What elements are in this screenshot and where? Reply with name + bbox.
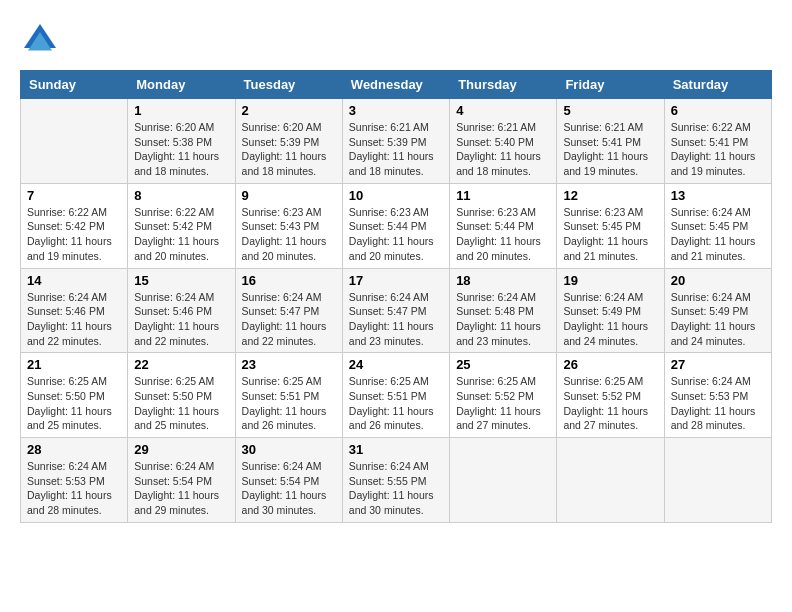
day-number: 11 (456, 188, 550, 203)
day-cell: 14Sunrise: 6:24 AMSunset: 5:46 PMDayligh… (21, 268, 128, 353)
column-header-saturday: Saturday (664, 71, 771, 99)
day-cell: 1Sunrise: 6:20 AMSunset: 5:38 PMDaylight… (128, 99, 235, 184)
day-number: 3 (349, 103, 443, 118)
day-number: 31 (349, 442, 443, 457)
day-info: Sunrise: 6:23 AMSunset: 5:44 PMDaylight:… (456, 205, 550, 264)
day-cell (450, 438, 557, 523)
logo (20, 20, 64, 60)
day-cell: 30Sunrise: 6:24 AMSunset: 5:54 PMDayligh… (235, 438, 342, 523)
day-cell: 4Sunrise: 6:21 AMSunset: 5:40 PMDaylight… (450, 99, 557, 184)
day-info: Sunrise: 6:24 AMSunset: 5:47 PMDaylight:… (349, 290, 443, 349)
day-cell: 23Sunrise: 6:25 AMSunset: 5:51 PMDayligh… (235, 353, 342, 438)
day-number: 2 (242, 103, 336, 118)
day-cell: 26Sunrise: 6:25 AMSunset: 5:52 PMDayligh… (557, 353, 664, 438)
day-info: Sunrise: 6:24 AMSunset: 5:46 PMDaylight:… (134, 290, 228, 349)
day-info: Sunrise: 6:22 AMSunset: 5:41 PMDaylight:… (671, 120, 765, 179)
day-info: Sunrise: 6:25 AMSunset: 5:52 PMDaylight:… (456, 374, 550, 433)
day-number: 5 (563, 103, 657, 118)
day-cell: 29Sunrise: 6:24 AMSunset: 5:54 PMDayligh… (128, 438, 235, 523)
day-cell: 11Sunrise: 6:23 AMSunset: 5:44 PMDayligh… (450, 183, 557, 268)
day-info: Sunrise: 6:24 AMSunset: 5:53 PMDaylight:… (27, 459, 121, 518)
day-cell: 31Sunrise: 6:24 AMSunset: 5:55 PMDayligh… (342, 438, 449, 523)
day-cell: 2Sunrise: 6:20 AMSunset: 5:39 PMDaylight… (235, 99, 342, 184)
day-cell: 24Sunrise: 6:25 AMSunset: 5:51 PMDayligh… (342, 353, 449, 438)
day-cell (664, 438, 771, 523)
day-number: 4 (456, 103, 550, 118)
day-number: 1 (134, 103, 228, 118)
day-cell: 12Sunrise: 6:23 AMSunset: 5:45 PMDayligh… (557, 183, 664, 268)
day-number: 23 (242, 357, 336, 372)
day-number: 25 (456, 357, 550, 372)
day-cell: 21Sunrise: 6:25 AMSunset: 5:50 PMDayligh… (21, 353, 128, 438)
day-number: 8 (134, 188, 228, 203)
day-cell (557, 438, 664, 523)
day-info: Sunrise: 6:24 AMSunset: 5:45 PMDaylight:… (671, 205, 765, 264)
day-info: Sunrise: 6:24 AMSunset: 5:48 PMDaylight:… (456, 290, 550, 349)
day-info: Sunrise: 6:23 AMSunset: 5:43 PMDaylight:… (242, 205, 336, 264)
day-number: 10 (349, 188, 443, 203)
day-cell: 16Sunrise: 6:24 AMSunset: 5:47 PMDayligh… (235, 268, 342, 353)
day-cell: 22Sunrise: 6:25 AMSunset: 5:50 PMDayligh… (128, 353, 235, 438)
day-cell: 25Sunrise: 6:25 AMSunset: 5:52 PMDayligh… (450, 353, 557, 438)
day-info: Sunrise: 6:21 AMSunset: 5:39 PMDaylight:… (349, 120, 443, 179)
column-header-monday: Monday (128, 71, 235, 99)
day-info: Sunrise: 6:21 AMSunset: 5:41 PMDaylight:… (563, 120, 657, 179)
day-number: 24 (349, 357, 443, 372)
day-number: 20 (671, 273, 765, 288)
day-cell: 27Sunrise: 6:24 AMSunset: 5:53 PMDayligh… (664, 353, 771, 438)
day-cell: 5Sunrise: 6:21 AMSunset: 5:41 PMDaylight… (557, 99, 664, 184)
day-number: 9 (242, 188, 336, 203)
day-number: 16 (242, 273, 336, 288)
day-info: Sunrise: 6:24 AMSunset: 5:46 PMDaylight:… (27, 290, 121, 349)
day-number: 6 (671, 103, 765, 118)
day-number: 29 (134, 442, 228, 457)
day-info: Sunrise: 6:24 AMSunset: 5:47 PMDaylight:… (242, 290, 336, 349)
day-number: 27 (671, 357, 765, 372)
day-number: 15 (134, 273, 228, 288)
day-number: 12 (563, 188, 657, 203)
day-number: 21 (27, 357, 121, 372)
day-number: 22 (134, 357, 228, 372)
day-info: Sunrise: 6:25 AMSunset: 5:50 PMDaylight:… (27, 374, 121, 433)
day-cell: 19Sunrise: 6:24 AMSunset: 5:49 PMDayligh… (557, 268, 664, 353)
column-header-friday: Friday (557, 71, 664, 99)
day-info: Sunrise: 6:22 AMSunset: 5:42 PMDaylight:… (27, 205, 121, 264)
day-number: 17 (349, 273, 443, 288)
day-info: Sunrise: 6:24 AMSunset: 5:49 PMDaylight:… (671, 290, 765, 349)
day-info: Sunrise: 6:22 AMSunset: 5:42 PMDaylight:… (134, 205, 228, 264)
day-number: 18 (456, 273, 550, 288)
day-info: Sunrise: 6:20 AMSunset: 5:38 PMDaylight:… (134, 120, 228, 179)
day-cell: 17Sunrise: 6:24 AMSunset: 5:47 PMDayligh… (342, 268, 449, 353)
day-number: 30 (242, 442, 336, 457)
week-row-4: 21Sunrise: 6:25 AMSunset: 5:50 PMDayligh… (21, 353, 772, 438)
column-header-thursday: Thursday (450, 71, 557, 99)
day-info: Sunrise: 6:25 AMSunset: 5:51 PMDaylight:… (242, 374, 336, 433)
day-info: Sunrise: 6:23 AMSunset: 5:45 PMDaylight:… (563, 205, 657, 264)
column-header-tuesday: Tuesday (235, 71, 342, 99)
day-cell: 20Sunrise: 6:24 AMSunset: 5:49 PMDayligh… (664, 268, 771, 353)
day-number: 7 (27, 188, 121, 203)
column-header-sunday: Sunday (21, 71, 128, 99)
day-cell: 6Sunrise: 6:22 AMSunset: 5:41 PMDaylight… (664, 99, 771, 184)
day-info: Sunrise: 6:25 AMSunset: 5:52 PMDaylight:… (563, 374, 657, 433)
day-cell: 13Sunrise: 6:24 AMSunset: 5:45 PMDayligh… (664, 183, 771, 268)
day-cell: 3Sunrise: 6:21 AMSunset: 5:39 PMDaylight… (342, 99, 449, 184)
day-cell: 9Sunrise: 6:23 AMSunset: 5:43 PMDaylight… (235, 183, 342, 268)
day-info: Sunrise: 6:24 AMSunset: 5:53 PMDaylight:… (671, 374, 765, 433)
day-number: 14 (27, 273, 121, 288)
day-number: 28 (27, 442, 121, 457)
day-cell: 10Sunrise: 6:23 AMSunset: 5:44 PMDayligh… (342, 183, 449, 268)
day-cell: 7Sunrise: 6:22 AMSunset: 5:42 PMDaylight… (21, 183, 128, 268)
week-row-5: 28Sunrise: 6:24 AMSunset: 5:53 PMDayligh… (21, 438, 772, 523)
calendar-table: SundayMondayTuesdayWednesdayThursdayFrid… (20, 70, 772, 523)
page-header (20, 20, 772, 60)
day-number: 26 (563, 357, 657, 372)
day-cell: 28Sunrise: 6:24 AMSunset: 5:53 PMDayligh… (21, 438, 128, 523)
logo-icon (20, 20, 60, 60)
day-cell: 15Sunrise: 6:24 AMSunset: 5:46 PMDayligh… (128, 268, 235, 353)
day-info: Sunrise: 6:24 AMSunset: 5:55 PMDaylight:… (349, 459, 443, 518)
day-info: Sunrise: 6:20 AMSunset: 5:39 PMDaylight:… (242, 120, 336, 179)
column-header-wednesday: Wednesday (342, 71, 449, 99)
day-number: 13 (671, 188, 765, 203)
day-info: Sunrise: 6:24 AMSunset: 5:49 PMDaylight:… (563, 290, 657, 349)
